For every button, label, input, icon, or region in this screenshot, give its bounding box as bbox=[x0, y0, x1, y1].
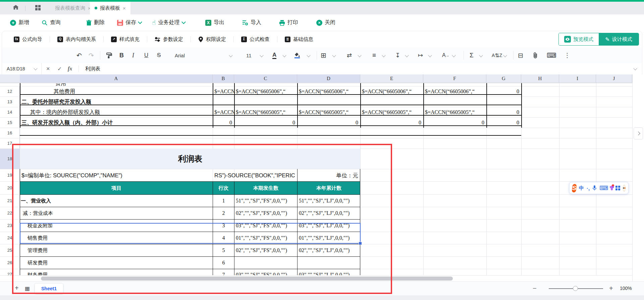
formula-bar-value[interactable]: 利润表 bbox=[85, 63, 100, 74]
horizontal-align-icon[interactable]: ≡ bbox=[372, 48, 376, 63]
preview-mode-button[interactable]: 预览模式 bbox=[559, 33, 599, 45]
cell-B12[interactable]: $=ACCN bbox=[213, 86, 234, 97]
cell-D14[interactable]: $=ACCN(“6605005”,“ bbox=[298, 107, 360, 117]
cell-B22[interactable]: 2 bbox=[213, 207, 234, 219]
sheet-list-icon[interactable]: ▦ bbox=[25, 285, 30, 292]
row-header-20[interactable]: 20 bbox=[0, 181, 20, 194]
cell-C21[interactable]: 51","","SJ","FS",0,0,"") bbox=[234, 195, 297, 207]
home-icon[interactable] bbox=[12, 4, 19, 11]
cell-D24[interactable]: 01","","SJ","LJ",0,0,"") bbox=[298, 232, 360, 244]
cell-B19[interactable]: RS")-SOURCE("BOOK","IPERIC bbox=[213, 169, 297, 181]
column-header-F[interactable]: F bbox=[423, 74, 486, 83]
cell-B27[interactable]: 7 bbox=[213, 269, 234, 275]
text-direction-icon[interactable]: A→ bbox=[442, 48, 449, 63]
horizontal-scrollbar-thumb[interactable] bbox=[41, 277, 453, 281]
chevron-down-icon[interactable] bbox=[332, 53, 336, 57]
cell-A26[interactable]: 研发费用 bbox=[20, 257, 213, 269]
chevron-down-icon[interactable] bbox=[34, 66, 37, 70]
row-header-12[interactable]: 12 bbox=[0, 86, 20, 97]
row-header-24[interactable]: 24 bbox=[0, 232, 20, 244]
parameter-settings-button[interactable]: 参数设定 bbox=[147, 36, 191, 43]
cell-B14[interactable]: $=ACCN bbox=[213, 107, 234, 117]
underline-icon[interactable]: U bbox=[144, 48, 148, 63]
cell-C23[interactable]: 03","","SJ","FS",0,0,"") bbox=[234, 220, 297, 232]
cell-B20[interactable]: 行次 bbox=[213, 182, 234, 194]
cell-A22[interactable]: 减：营业成本 bbox=[20, 207, 213, 219]
ime-skin-icon[interactable] bbox=[611, 186, 612, 190]
confirm-entry-icon[interactable]: ✓ bbox=[57, 63, 62, 74]
delete-button[interactable]: 删除 bbox=[86, 14, 105, 31]
column-header-C[interactable]: C bbox=[234, 74, 297, 83]
format-painter-icon[interactable] bbox=[106, 48, 112, 63]
cell-A11[interactable]: 费用 bbox=[20, 83, 213, 86]
cell-B23[interactable]: 3 bbox=[213, 220, 234, 232]
borders-icon[interactable]: ⊞ bbox=[321, 48, 326, 63]
formula-wizard-button[interactable]: fx 公式向导 bbox=[6, 36, 50, 43]
cell-A12[interactable]: 其他费用 bbox=[20, 86, 213, 97]
undo-icon[interactable]: ↶ bbox=[76, 48, 82, 63]
cell-A24[interactable]: 销售费用 bbox=[20, 232, 213, 244]
sum-icon[interactable]: Σ bbox=[470, 48, 474, 63]
cell-G12[interactable]: 0 bbox=[487, 86, 521, 97]
chevron-down-icon[interactable] bbox=[307, 53, 310, 57]
merge-cells-icon[interactable]: ⇄ bbox=[347, 48, 352, 63]
cell-A13[interactable]: 二、委托外部研究开发投入额 bbox=[20, 97, 213, 107]
row-header-14[interactable]: 14 bbox=[0, 107, 20, 117]
cell-F14[interactable]: $=ACCN(“6605005”,“ bbox=[424, 107, 486, 117]
basic-info-button[interactable]: ≣ 基础信息 bbox=[277, 36, 321, 43]
cell-C22[interactable]: 02","","SJ","FS",0,0,"") bbox=[234, 207, 297, 219]
cell-D23[interactable]: 03","","SJ","LJ",0,0,"") bbox=[298, 220, 360, 232]
cell-A21[interactable]: 一、营业收入 bbox=[20, 195, 213, 207]
chevron-down-icon[interactable] bbox=[382, 53, 385, 57]
chevron-down-icon[interactable] bbox=[452, 53, 455, 57]
row-header-23[interactable]: 23 bbox=[0, 219, 20, 232]
redo-icon[interactable]: ↷ bbox=[89, 48, 94, 63]
cell-E12[interactable]: $=ACCN(“6605006”,“ bbox=[361, 86, 423, 97]
cell-F12[interactable]: $=ACCN(“6605006”,“ bbox=[424, 86, 486, 97]
chevron-down-icon[interactable] bbox=[405, 53, 409, 57]
ime-punctuation-toggle[interactable]: ·, bbox=[587, 185, 590, 191]
bold-icon[interactable]: B bbox=[119, 48, 124, 63]
cell-C20[interactable]: 本期发生数 bbox=[234, 182, 297, 194]
insert-function-icon[interactable]: fx bbox=[68, 63, 72, 74]
column-header-I[interactable]: I bbox=[559, 74, 596, 83]
cell-A20[interactable]: 项目 bbox=[20, 182, 213, 194]
ime-logo-icon[interactable]: S bbox=[572, 184, 577, 192]
microphone-icon[interactable] bbox=[592, 185, 597, 191]
query-button[interactable]: 查询 bbox=[42, 14, 61, 31]
column-header-E[interactable]: E bbox=[360, 74, 423, 83]
cell-C14[interactable]: $=ACCN(“6605005”,“ bbox=[234, 107, 297, 117]
cell-A27[interactable]: 财务费用 bbox=[20, 269, 213, 275]
font-family-select[interactable]: Arial bbox=[175, 50, 234, 60]
column-header-H[interactable]: H bbox=[521, 74, 559, 83]
italic-icon[interactable]: I bbox=[132, 48, 134, 63]
expand-right-panel-button[interactable] bbox=[634, 127, 643, 139]
cell-G14[interactable]: 0 bbox=[487, 107, 521, 117]
cell-D15[interactable]: 0 bbox=[298, 118, 360, 128]
row-header-26[interactable]: 26 bbox=[0, 256, 20, 269]
cell-C24[interactable]: 01","","SJ","FS",0,0,"") bbox=[234, 232, 297, 244]
chevron-down-icon[interactable] bbox=[138, 20, 142, 24]
cell-A18[interactable]: 利润表 bbox=[20, 149, 360, 169]
cell-C15[interactable]: 0 bbox=[234, 118, 297, 128]
formula-check-button[interactable]: Σ 公式检查 bbox=[234, 36, 277, 43]
cell-B15[interactable]: 0 bbox=[213, 118, 234, 128]
cell-B24[interactable]: 4 bbox=[213, 232, 234, 244]
close-button[interactable]: × 关闭 bbox=[316, 14, 335, 31]
chevron-down-icon[interactable] bbox=[428, 53, 432, 57]
design-mode-button[interactable]: ✎ 设计模式 bbox=[599, 33, 639, 45]
ime-pet-icon[interactable] bbox=[623, 185, 626, 192]
sheet-tab-sheet1[interactable]: Sheet1 bbox=[35, 284, 63, 294]
formula-bar-expand-icon[interactable] bbox=[633, 66, 637, 70]
row-header-27[interactable]: 27 bbox=[0, 269, 20, 275]
cell-A23[interactable]: 税金及附加 bbox=[20, 220, 213, 232]
business-process-button[interactable]: ☝ 业务处理 bbox=[152, 14, 185, 31]
row-header-21[interactable]: 21 bbox=[0, 194, 20, 207]
cell-C12[interactable]: $=ACCN(“6605006”,“ bbox=[234, 86, 297, 97]
cancel-entry-icon[interactable]: × bbox=[46, 63, 50, 74]
keyboard-icon[interactable]: ⌨ bbox=[547, 48, 556, 63]
more-options-icon[interactable]: ⋮ bbox=[564, 48, 570, 63]
cell-C27[interactable]: 03","","SJ","FS",0,0,"") bbox=[234, 269, 297, 275]
save-button[interactable]: 保存 bbox=[117, 14, 142, 31]
cell-reference-box[interactable]: A18:D18 bbox=[2, 63, 42, 74]
